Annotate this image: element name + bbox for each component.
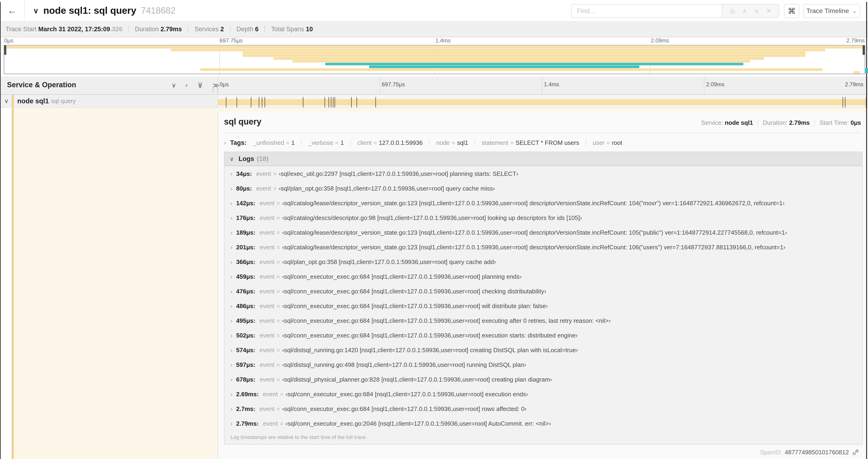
trace-id: 7418682 xyxy=(141,6,176,15)
log-entry[interactable]: ›2.69ms:event=‹sql/conn_executor_exec.go… xyxy=(224,387,862,402)
log-message: ‹sql/plan_opt.go:358 [nsql1,client=127.0… xyxy=(282,258,496,266)
log-timestamp: 574μs: xyxy=(236,347,255,354)
tick-label: 1.4ms xyxy=(544,81,559,88)
log-marker xyxy=(265,97,265,107)
span-service-name: node sql1 xyxy=(17,97,49,105)
log-message: ‹sql/conn_executor_exec.go:684 [nsql1,cl… xyxy=(282,302,548,310)
divider xyxy=(224,133,861,133)
log-marker xyxy=(351,97,352,107)
log-marker xyxy=(333,97,334,107)
tag-key: node xyxy=(436,139,450,146)
log-entry[interactable]: ›189μs:event=‹sql/catalog/lease/descript… xyxy=(224,225,862,240)
log-timestamp: 189μs: xyxy=(236,229,255,236)
log-entry[interactable]: ›34μs:event=‹sql/exec_util.go:2297 [nsql… xyxy=(224,167,862,181)
span-detail-stats: Service: node sql1Duration: 2.79msStart … xyxy=(701,119,861,126)
tag-equals: = xyxy=(284,139,291,146)
log-entry[interactable]: ›201μs:event=‹sql/catalog/lease/descript… xyxy=(224,240,862,255)
chevron-right-icon: › xyxy=(230,230,232,236)
log-entry[interactable]: ›574μs:event=‹sql/distsql_running.go:142… xyxy=(224,343,862,358)
find-clear-icon[interactable]: ✕ xyxy=(766,7,771,15)
span-duration-bar[interactable] xyxy=(218,99,866,105)
trace-meta-item: Total Spans 10 xyxy=(265,26,313,33)
log-equals: = xyxy=(277,317,280,324)
span-row-name-cell[interactable]: ∨ node sql1 sql query xyxy=(0,95,218,107)
log-entry[interactable]: ›2.7ms:event=‹sql/conn_executor_exec.go:… xyxy=(224,402,862,416)
log-equals: = xyxy=(277,347,280,354)
log-timestamp: 476μs: xyxy=(236,288,255,295)
tags-accordion[interactable]: › Tags: _unfinished=1_verbose=1client=12… xyxy=(224,136,622,150)
log-entry[interactable]: ›176μs:event=‹sql/catalog/descs/descript… xyxy=(224,210,862,225)
log-marker xyxy=(262,97,262,107)
log-field-name: event xyxy=(259,288,274,295)
chevron-down-icon[interactable]: ∨ xyxy=(4,97,9,105)
log-field-name: event xyxy=(259,347,274,354)
log-field-name: event xyxy=(259,376,274,383)
log-message: ‹sql/conn_executor_exec.go:684 [nsql1,cl… xyxy=(286,391,528,398)
log-equals: = xyxy=(277,200,280,207)
log-field-name: event xyxy=(263,391,278,398)
link-icon[interactable] xyxy=(852,448,860,456)
tag-equals: = xyxy=(333,139,340,146)
log-entry[interactable]: ›366μs:event=‹sql/plan_opt.go:358 [nsql1… xyxy=(224,255,862,269)
log-equals: = xyxy=(277,229,280,236)
stat-label: Service: xyxy=(701,119,725,126)
tag-key: user xyxy=(593,139,604,146)
find-input[interactable] xyxy=(577,7,717,15)
log-entry[interactable]: ›142μs:event=‹sql/catalog/lease/descript… xyxy=(224,196,862,210)
log-entry[interactable]: ›678μs:event=‹sql/distsql_physical_plann… xyxy=(224,372,862,387)
back-button[interactable]: ← xyxy=(0,0,25,21)
log-marker xyxy=(356,97,357,107)
log-timestamp: 201μs: xyxy=(236,244,255,251)
log-timestamp: 502μs: xyxy=(236,332,255,339)
log-entry[interactable]: ›2.79ms:event=‹sql/conn_executor_exec.go… xyxy=(224,416,862,431)
logs-footnote: Log timestamps are relative to the start… xyxy=(224,431,862,440)
span-detail-title: sql query xyxy=(224,117,261,127)
service-color-stripe xyxy=(12,95,14,107)
log-equals: = xyxy=(273,185,277,192)
log-entry[interactable]: ›459μs:event=‹sql/conn_executor_exec.go:… xyxy=(224,269,862,284)
tag-equals: = xyxy=(450,139,457,146)
log-equals: = xyxy=(277,332,280,339)
page-header: ← ∨ node sql1: sql query 7418682 ◎ ∧ ∨ ✕… xyxy=(0,0,868,22)
find-prev-icon[interactable]: ∧ xyxy=(742,7,747,15)
log-entry[interactable]: ›476μs:event=‹sql/conn_executor_exec.go:… xyxy=(224,284,862,299)
minimap-canvas[interactable] xyxy=(4,45,865,74)
log-entry[interactable]: ›495μs:event=‹sql/conn_executor_exec.go:… xyxy=(224,314,862,328)
tag-key: client xyxy=(358,139,372,146)
span-id-value: 4877749850101760812 xyxy=(785,449,849,456)
span-row[interactable]: ∨ node sql1 sql query xyxy=(0,95,868,108)
meta-value: 2.79ms xyxy=(160,26,182,33)
minimap-span-bar xyxy=(274,57,764,60)
log-marker xyxy=(259,97,259,107)
log-equals: = xyxy=(277,214,280,222)
log-entry[interactable]: ›502μs:event=‹sql/conn_executor_exec.go:… xyxy=(224,328,862,343)
locate-icon[interactable]: ◎ xyxy=(730,7,735,15)
tag-value: 127.0.0.1:59936 xyxy=(379,139,423,146)
minimap-left-drag-handle[interactable] xyxy=(4,45,6,55)
view-selector-button[interactable]: Trace Timeline ⌄ xyxy=(803,4,860,18)
minimap-right-drag-handle[interactable] xyxy=(863,45,865,55)
collapse-trace-chevron-icon[interactable]: ∨ xyxy=(33,6,38,15)
tag-value: root xyxy=(612,139,622,146)
log-equals: = xyxy=(277,376,280,383)
log-timestamp: 142μs: xyxy=(236,200,255,207)
minimap-span-bar xyxy=(243,52,805,54)
logs-accordion-header[interactable]: ∨ Logs (18) xyxy=(224,152,862,166)
log-entry[interactable]: ›80μs:event=‹sql/plan_opt.go:358 [nsql1,… xyxy=(224,181,862,196)
chevron-right-icon: › xyxy=(230,244,232,251)
log-timestamp: 495μs: xyxy=(236,317,255,324)
log-field-name: event xyxy=(259,405,274,413)
scrollbar-thumb[interactable] xyxy=(865,68,868,73)
span-id-label: SpanID: xyxy=(760,449,782,456)
tag-items: _unfinished=1_verbose=1client=127.0.0.1:… xyxy=(253,139,622,146)
log-field-name: event xyxy=(259,258,274,266)
find-next-icon[interactable]: ∨ xyxy=(754,7,759,15)
keyboard-shortcuts-button[interactable]: ⌘ xyxy=(784,4,799,18)
tag-value: 1 xyxy=(291,139,295,146)
stat-value: 0μs xyxy=(850,119,861,126)
span-row-timeline-cell[interactable] xyxy=(218,95,868,107)
minimap-span-bar xyxy=(292,60,750,63)
tag-item: node=sql1 xyxy=(429,139,468,146)
log-entry[interactable]: ›486μs:event=‹sql/conn_executor_exec.go:… xyxy=(224,299,862,314)
log-entry[interactable]: ›597μs:event=‹sql/distsql_running.go:498… xyxy=(224,358,862,372)
